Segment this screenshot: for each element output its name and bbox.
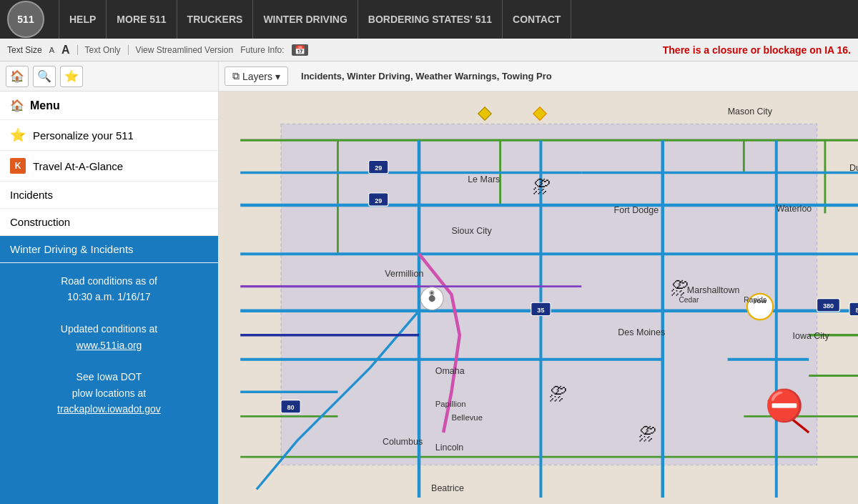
- svg-text:⛈: ⛈: [638, 424, 656, 444]
- svg-text:⛔: ⛔: [765, 387, 804, 424]
- incidents-label: Incidents: [10, 189, 53, 201]
- layers-button[interactable]: ⧉ Layers ▾: [225, 66, 288, 86]
- road-conditions-line9: trackaplow.iowadot.gov: [11, 401, 207, 417]
- svg-text:⛈: ⛈: [671, 278, 689, 298]
- svg-text:Cedar: Cedar: [679, 296, 699, 304]
- svg-text:⛈: ⛈: [549, 384, 567, 404]
- svg-text:⛈: ⛈: [533, 177, 551, 197]
- nav-links: HELP MORE 511 TRUCKERS WINTER DRIVING BO…: [59, 0, 851, 39]
- sidebar-item-winter[interactable]: Winter Driving & Incidents: [0, 236, 218, 263]
- map-title: Incidents, Winter Driving, Weather Warni…: [301, 71, 552, 81]
- svg-text:Fort Dodge: Fort Dodge: [614, 205, 659, 215]
- road-conditions-line4: Updated conditions at: [11, 321, 207, 337]
- svg-text:29: 29: [375, 197, 382, 204]
- map-svg: 29 29 80 35 380 88 TOW ⛔ ⛈ ⛈ ⛈ ⛈: [219, 92, 858, 504]
- sidebar-toolbar: 🏠 🔍 ⭐: [0, 61, 219, 92]
- menu-label: Menu: [30, 99, 60, 112]
- road-conditions-line8: plow locations at: [11, 385, 207, 401]
- map-toolbar-right: ⧉ Layers ▾ Incidents, Winter Driving, We…: [219, 61, 858, 92]
- svg-text:Sioux City: Sioux City: [451, 226, 492, 236]
- svg-text:Marshalltown: Marshalltown: [687, 285, 740, 295]
- nav-bordering[interactable]: BORDERING STATES' 511: [358, 0, 503, 39]
- search-button[interactable]: 🔍: [33, 66, 56, 87]
- svg-text:Dubuque: Dubuque: [849, 163, 858, 173]
- nav-more511[interactable]: MORE 511: [107, 0, 177, 39]
- alert-text: There is a closure or blockage on IA 16.: [663, 44, 851, 56]
- logo: 511: [7, 1, 44, 38]
- sidebar-item-incidents[interactable]: Incidents: [0, 182, 218, 209]
- svg-text:Omaha: Omaha: [435, 366, 465, 376]
- nav-winter[interactable]: WINTER DRIVING: [253, 0, 358, 39]
- svg-text:Vermillion: Vermillion: [385, 269, 423, 279]
- layers-dropdown-icon: ▾: [275, 71, 280, 82]
- travel-icon: K: [10, 158, 26, 174]
- svg-text:Papillion: Papillion: [435, 400, 466, 408]
- home-menu-icon: 🏠: [10, 99, 24, 112]
- svg-text:Le Mars: Le Mars: [468, 174, 500, 184]
- road-conditions-line2: 10:30 a.m. 1/16/17: [11, 289, 207, 305]
- road-conditions-line1: Road conditions as of: [11, 273, 207, 289]
- info-bar: Text Size A A Text Only View Streamlined…: [0, 39, 858, 61]
- svg-point-44: [429, 295, 435, 302]
- sidebar-item-personalize[interactable]: ⭐ Personalize your 511: [0, 120, 218, 151]
- nav-truckers[interactable]: TRUCKERS: [177, 0, 254, 39]
- svg-text:29: 29: [375, 164, 382, 172]
- svg-text:Des Moines: Des Moines: [618, 327, 665, 337]
- svg-text:Bellevue: Bellevue: [451, 413, 483, 422]
- travel-label: Travel At-A-Glance: [33, 160, 123, 172]
- layers-icon: ⧉: [232, 70, 240, 82]
- top-navigation: 511 HELP MORE 511 TRUCKERS WINTER DRIVIN…: [0, 0, 858, 39]
- text-size-small[interactable]: A: [49, 46, 54, 54]
- svg-text:Mason City: Mason City: [728, 107, 773, 117]
- sidebar-menu-header: 🏠 Menu: [0, 92, 218, 120]
- svg-text:Columbus: Columbus: [383, 437, 423, 447]
- winter-label: Winter Driving & Incidents: [10, 243, 134, 255]
- svg-text:Beatrice: Beatrice: [431, 483, 464, 493]
- svg-text:◉: ◉: [429, 289, 435, 296]
- layers-label: Layers: [242, 71, 272, 82]
- combined-toolbar: 🏠 🔍 ⭐ ⧉ Layers ▾ Incidents, Winter Drivi…: [0, 61, 858, 92]
- info-box: Road conditions as of 10:30 a.m. 1/16/17…: [0, 263, 218, 504]
- svg-text:35: 35: [537, 307, 544, 314]
- svg-text:Lincoln: Lincoln: [435, 443, 464, 453]
- future-info-label: Future Info:: [240, 45, 284, 55]
- favorites-button[interactable]: ⭐: [60, 66, 83, 87]
- streamlined-link[interactable]: View Streamlined Version: [128, 45, 234, 55]
- sidebar: 🏠 Menu ⭐ Personalize your 511 K Travel A…: [0, 92, 219, 504]
- road-conditions-line7: See Iowa DOT: [11, 369, 207, 385]
- calendar-icon[interactable]: 📅: [292, 44, 308, 56]
- svg-text:80: 80: [287, 404, 295, 411]
- text-size-large[interactable]: A: [61, 44, 70, 56]
- star-icon: ⭐: [10, 127, 26, 143]
- svg-text:Rapids: Rapids: [744, 296, 766, 304]
- svg-text:380: 380: [823, 302, 834, 310]
- nav-help[interactable]: HELP: [59, 0, 107, 39]
- road-conditions-line5: www.511ia.org: [11, 337, 207, 353]
- svg-text:Waterloo: Waterloo: [776, 204, 812, 214]
- text-only-link[interactable]: Text Only: [77, 45, 121, 55]
- construction-label: Construction: [10, 216, 70, 228]
- sidebar-item-construction[interactable]: Construction: [0, 209, 218, 236]
- nav-contact[interactable]: CONTACT: [503, 0, 571, 39]
- map-area[interactable]: 29 29 80 35 380 88 TOW ⛔ ⛈ ⛈ ⛈ ⛈: [219, 92, 858, 504]
- text-size-label: Text Size: [7, 45, 42, 55]
- svg-text:88: 88: [856, 307, 858, 314]
- logo-area[interactable]: 511: [7, 1, 44, 38]
- main-content: 🏠 Menu ⭐ Personalize your 511 K Travel A…: [0, 92, 858, 504]
- home-button[interactable]: 🏠: [6, 66, 29, 87]
- sidebar-item-travel[interactable]: K Travel At-A-Glance: [0, 151, 218, 182]
- personalize-label: Personalize your 511: [33, 129, 134, 142]
- svg-text:Iowa City: Iowa City: [792, 331, 829, 341]
